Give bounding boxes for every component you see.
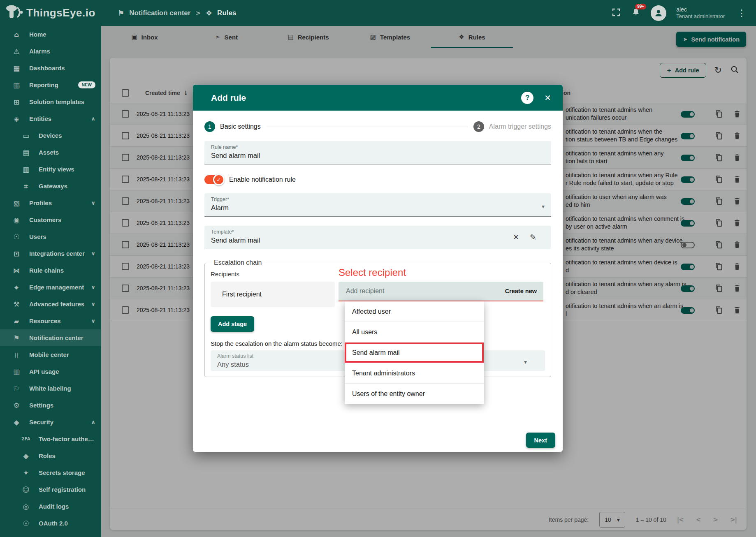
fullscreen-icon[interactable] — [611, 7, 621, 19]
first-recipient-item[interactable]: First recipient — [211, 282, 335, 307]
sidebar-item-label: Mobile center — [29, 351, 69, 358]
user-info[interactable]: alec Tenant administrator — [676, 6, 725, 20]
step-basic-settings[interactable]: 1 Basic settings — [204, 121, 261, 132]
sidebar-item-icon: ☺ — [21, 486, 31, 494]
sidebar-item-icon: ▥ — [21, 165, 31, 174]
sidebar-item-label: OAuth 2.0 — [39, 520, 68, 527]
add-stage-button[interactable]: Add stage — [211, 316, 254, 332]
step-alarm-trigger-settings[interactable]: 2 Alarm trigger settings — [473, 121, 551, 132]
sidebar-item[interactable]: ◆ Roles — [0, 447, 101, 464]
sidebar-item[interactable]: ✦ Secrets storage — [0, 464, 101, 481]
breadcrumb-page[interactable]: Rules — [217, 9, 236, 17]
sidebar-item-icon: ◎ — [21, 502, 31, 511]
dropdown-option[interactable]: Users of the entity owner — [345, 384, 484, 404]
notification-center-icon: ⚑ — [118, 9, 124, 17]
dropdown-option[interactable]: Affected user — [345, 301, 484, 322]
sidebar-item[interactable]: ⊡ Integrations center ∨ — [0, 245, 101, 262]
user-avatar[interactable] — [651, 5, 666, 21]
sidebar-item[interactable]: ☺ Self registration — [0, 481, 101, 498]
sidebar-item[interactable]: ◎ Audit logs — [0, 498, 101, 515]
sidebar-item[interactable]: ☉ Users — [0, 228, 101, 245]
escalation-chain-group: Escalation chain Recipients First recipi… — [204, 259, 551, 377]
sidebar-item[interactable]: ⚠ Alarms — [0, 43, 101, 60]
sidebar-item-icon: ⌗ — [21, 182, 31, 190]
sidebar-item-icon: ⚑ — [11, 334, 22, 342]
sidebar-item-icon: ▦ — [11, 64, 22, 72]
dropdown-option[interactable]: All users — [345, 322, 484, 343]
sidebar-item-label: Profiles — [29, 199, 52, 206]
sidebar-item-label: Home — [29, 31, 46, 38]
create-new-link[interactable]: Create new — [505, 288, 537, 294]
chevron-icon: ∨ — [91, 250, 95, 257]
trigger-select[interactable]: Trigger* Alarm ▾ — [204, 193, 551, 217]
sidebar-item[interactable]: ☉ OAuth 2.0 — [0, 515, 101, 532]
sidebar-item[interactable]: ◉ Customers — [0, 211, 101, 228]
sidebar-item[interactable]: ◈ Entities ∧ — [0, 110, 101, 127]
sidebar-item[interactable]: ▥ Entity views — [0, 161, 101, 178]
next-button[interactable]: Next — [526, 433, 555, 448]
stepper-divider — [267, 127, 468, 127]
sidebar-item-label: Advanced features — [29, 301, 84, 308]
sidebar-item-label: Audit logs — [39, 503, 69, 510]
user-role: Tenant administrator — [676, 13, 725, 20]
new-badge: NEW — [78, 81, 96, 88]
enable-rule-toggle[interactable]: ✓ — [204, 175, 223, 184]
sidebar-item-label: Secrets storage — [39, 469, 85, 476]
breadcrumb-separator-icon: > — [195, 9, 201, 17]
dropdown-option[interactable]: Send alarm mail — [345, 343, 484, 363]
user-name: alec — [676, 6, 725, 14]
chevron-icon: ∨ — [91, 284, 95, 290]
sidebar-item[interactable]: ⋈ Rule chains — [0, 262, 101, 279]
template-value: Send alarm mail — [211, 236, 545, 244]
sidebar-item-label: Settings — [29, 402, 53, 409]
template-label: Template* — [211, 229, 545, 235]
sidebar-item[interactable]: ▰ Resources ∨ — [0, 312, 101, 329]
sidebar-item[interactable]: ⌂ Home — [0, 26, 101, 43]
sidebar-item[interactable]: ◆ Security ∧ — [0, 414, 101, 431]
sidebar-item[interactable]: ⚐ White labeling — [0, 380, 101, 397]
sidebar-item-icon: 2FA — [21, 437, 31, 441]
sidebar-item[interactable]: ▯ Mobile center — [0, 346, 101, 363]
sidebar-item-icon: ⚒ — [11, 300, 22, 308]
sidebar-item-icon: ◈ — [11, 115, 22, 123]
sidebar: ⌂ Home ⚠ Alarms ▦ Dashboards ▥ Re — [0, 26, 101, 537]
sidebar-item-label: White labeling — [29, 385, 71, 392]
sidebar-item[interactable]: ▧ Profiles ∨ — [0, 194, 101, 211]
sidebar-item[interactable]: ⊞ Solution templates — [0, 93, 101, 110]
chevron-icon: ∨ — [91, 200, 95, 206]
sidebar-item[interactable]: ⚑ Notification center — [0, 329, 101, 346]
recipient-dropdown: Affected user All users Send alarm mail … — [345, 301, 484, 404]
help-icon[interactable]: ? — [521, 92, 533, 104]
chevron-icon: ∧ — [91, 419, 95, 425]
sidebar-item[interactable]: ⌖ Edge management ∨ — [0, 279, 101, 296]
sidebar-item[interactable]: 2FA Two-factor authenticati… — [0, 431, 101, 447]
template-select[interactable]: Template* Send alarm mail ✕ ✎ — [204, 226, 551, 249]
sidebar-item[interactable]: ▥ API usage — [0, 363, 101, 380]
logo[interactable]: ThingsEye.io — [0, 4, 101, 22]
breadcrumb-section[interactable]: Notification center — [129, 9, 190, 17]
sidebar-item[interactable]: ▥ Reporting NEW — [0, 76, 101, 93]
close-icon[interactable]: ✕ — [544, 93, 551, 103]
sidebar-item[interactable]: ⌗ Gateways — [0, 178, 101, 194]
sidebar-item[interactable]: ▤ Assets — [0, 144, 101, 161]
sidebar-item[interactable]: ⚒ Advanced features ∨ — [0, 296, 101, 312]
top-header: ThingsEye.io ⚑ Notification center > ❖ R… — [0, 0, 756, 26]
sidebar-item-icon: ⌂ — [11, 30, 22, 39]
add-recipient-input[interactable]: Add recipient Create new Select recipien… — [339, 282, 543, 301]
chevron-down-icon: ▾ — [524, 359, 527, 365]
notifications-bell-icon[interactable]: 99+ — [631, 7, 641, 19]
select-recipient-annotation: Select recipient — [339, 267, 406, 278]
dialog-title: Add rule — [211, 93, 246, 103]
sidebar-item[interactable]: ▭ Devices — [0, 127, 101, 144]
dropdown-option[interactable]: Tenant administrators — [345, 363, 484, 384]
more-menu-icon[interactable]: ⋮ — [735, 8, 749, 18]
sidebar-item-icon: ⋈ — [11, 266, 22, 275]
add-recipient-placeholder: Add recipient — [346, 287, 384, 295]
sidebar-item[interactable]: ⚙ Settings — [0, 397, 101, 414]
rule-name-field[interactable]: Rule name* Send alarm mail — [204, 141, 551, 164]
clear-icon[interactable]: ✕ — [513, 233, 519, 241]
sidebar-item-label: Integrations center — [29, 250, 85, 257]
sidebar-item-label: Dashboards — [29, 65, 65, 72]
edit-pencil-icon[interactable]: ✎ — [530, 233, 536, 242]
sidebar-item[interactable]: ▦ Dashboards — [0, 60, 101, 76]
